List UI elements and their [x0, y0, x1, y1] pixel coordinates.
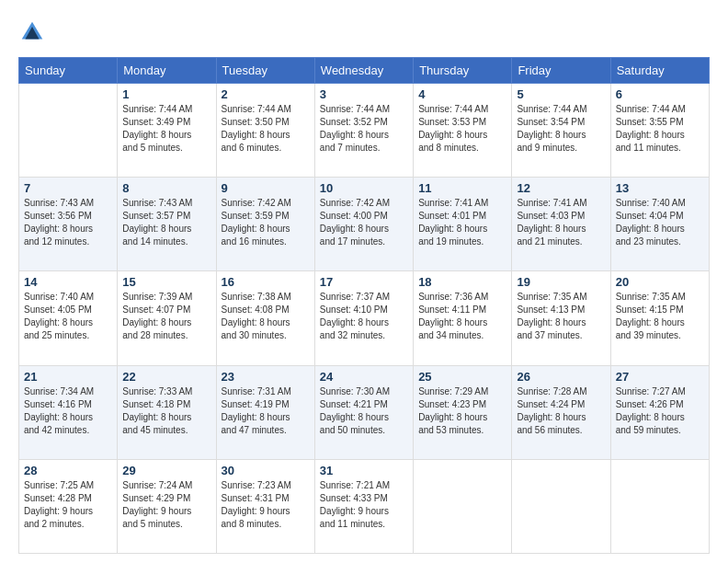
calendar-cell: 5Sunrise: 7:44 AMSunset: 3:54 PMDaylight…: [512, 84, 610, 178]
day-number: 31: [320, 464, 408, 477]
calendar-cell: 19Sunrise: 7:35 AMSunset: 4:13 PMDayligh…: [512, 271, 610, 365]
day-info: Sunrise: 7:29 AMSunset: 4:23 PMDaylight:…: [418, 385, 506, 437]
day-number: 3: [320, 87, 408, 101]
calendar-cell: 29Sunrise: 7:24 AMSunset: 4:29 PMDayligh…: [118, 459, 216, 553]
header: [18, 18, 710, 46]
calendar-cell: [414, 459, 512, 553]
day-number: 8: [122, 181, 210, 195]
day-info: Sunrise: 7:33 AMSunset: 4:18 PMDaylight:…: [122, 385, 210, 437]
calendar-cell: 14Sunrise: 7:40 AMSunset: 4:05 PMDayligh…: [19, 271, 118, 365]
calendar-cell: 22Sunrise: 7:33 AMSunset: 4:18 PMDayligh…: [118, 365, 216, 459]
col-saturday: Saturday: [610, 58, 709, 84]
day-info: Sunrise: 7:44 AMSunset: 3:49 PMDaylight:…: [122, 103, 210, 155]
calendar-cell: [19, 84, 118, 178]
col-monday: Monday: [118, 58, 216, 84]
calendar-cell: 25Sunrise: 7:29 AMSunset: 4:23 PMDayligh…: [414, 365, 512, 459]
calendar-cell: 28Sunrise: 7:25 AMSunset: 4:28 PMDayligh…: [19, 459, 118, 553]
calendar-header-row: Sunday Monday Tuesday Wednesday Thursday…: [19, 58, 710, 84]
calendar-cell: 15Sunrise: 7:39 AMSunset: 4:07 PMDayligh…: [118, 271, 216, 365]
day-number: 30: [222, 464, 310, 477]
day-info: Sunrise: 7:35 AMSunset: 4:13 PMDaylight:…: [517, 291, 605, 342]
day-number: 10: [320, 181, 408, 195]
day-number: 14: [24, 275, 112, 289]
day-info: Sunrise: 7:31 AMSunset: 4:19 PMDaylight:…: [222, 385, 310, 437]
day-number: 26: [517, 370, 605, 384]
day-info: Sunrise: 7:44 AMSunset: 3:53 PMDaylight:…: [418, 103, 506, 155]
day-number: 29: [122, 464, 210, 477]
day-info: Sunrise: 7:42 AMSunset: 4:00 PMDaylight:…: [320, 197, 408, 248]
day-number: 25: [418, 370, 506, 384]
day-info: Sunrise: 7:43 AMSunset: 3:57 PMDaylight:…: [122, 197, 210, 248]
day-number: 19: [517, 275, 605, 289]
calendar-cell: [610, 459, 709, 553]
day-number: 11: [418, 181, 506, 195]
page: Sunday Monday Tuesday Wednesday Thursday…: [0, 0, 728, 563]
day-number: 5: [517, 87, 605, 101]
day-info: Sunrise: 7:41 AMSunset: 4:03 PMDaylight:…: [517, 197, 605, 248]
calendar-cell: 11Sunrise: 7:41 AMSunset: 4:01 PMDayligh…: [414, 178, 512, 271]
calendar-cell: 20Sunrise: 7:35 AMSunset: 4:15 PMDayligh…: [610, 271, 709, 365]
day-number: 9: [222, 181, 310, 195]
day-number: 27: [616, 370, 704, 384]
calendar-cell: 31Sunrise: 7:21 AMSunset: 4:33 PMDayligh…: [314, 459, 413, 553]
day-info: Sunrise: 7:23 AMSunset: 4:31 PMDaylight:…: [222, 479, 310, 531]
day-info: Sunrise: 7:44 AMSunset: 3:54 PMDaylight:…: [517, 103, 605, 155]
day-info: Sunrise: 7:21 AMSunset: 4:33 PMDaylight:…: [320, 479, 408, 531]
day-number: 28: [24, 464, 112, 477]
day-number: 16: [222, 275, 310, 289]
day-number: 7: [24, 181, 112, 195]
calendar-cell: 23Sunrise: 7:31 AMSunset: 4:19 PMDayligh…: [216, 365, 314, 459]
col-wednesday: Wednesday: [314, 58, 413, 84]
col-friday: Friday: [512, 58, 610, 84]
calendar-week-2: 7Sunrise: 7:43 AMSunset: 3:56 PMDaylight…: [19, 178, 710, 271]
calendar-cell: 6Sunrise: 7:44 AMSunset: 3:55 PMDaylight…: [610, 84, 709, 178]
day-number: 23: [222, 370, 310, 384]
calendar-week-1: 1Sunrise: 7:44 AMSunset: 3:49 PMDaylight…: [19, 84, 710, 178]
day-number: 18: [418, 275, 506, 289]
calendar-cell: 30Sunrise: 7:23 AMSunset: 4:31 PMDayligh…: [216, 459, 314, 553]
calendar-table: Sunday Monday Tuesday Wednesday Thursday…: [18, 57, 710, 554]
calendar-cell: 10Sunrise: 7:42 AMSunset: 4:00 PMDayligh…: [314, 178, 413, 271]
day-number: 17: [320, 275, 408, 289]
calendar-cell: 4Sunrise: 7:44 AMSunset: 3:53 PMDaylight…: [414, 84, 512, 178]
day-info: Sunrise: 7:44 AMSunset: 3:50 PMDaylight:…: [222, 103, 310, 155]
calendar-cell: 21Sunrise: 7:34 AMSunset: 4:16 PMDayligh…: [19, 365, 118, 459]
day-info: Sunrise: 7:43 AMSunset: 3:56 PMDaylight:…: [24, 197, 112, 248]
day-info: Sunrise: 7:44 AMSunset: 3:55 PMDaylight:…: [616, 103, 704, 155]
calendar-cell: 9Sunrise: 7:42 AMSunset: 3:59 PMDaylight…: [216, 178, 314, 271]
day-number: 24: [320, 370, 408, 384]
calendar-cell: 26Sunrise: 7:28 AMSunset: 4:24 PMDayligh…: [512, 365, 610, 459]
logo-icon: [18, 18, 46, 46]
day-info: Sunrise: 7:27 AMSunset: 4:26 PMDaylight:…: [616, 385, 704, 437]
calendar-week-4: 21Sunrise: 7:34 AMSunset: 4:16 PMDayligh…: [19, 365, 710, 459]
day-number: 21: [24, 370, 112, 384]
day-info: Sunrise: 7:39 AMSunset: 4:07 PMDaylight:…: [122, 291, 210, 342]
calendar-week-3: 14Sunrise: 7:40 AMSunset: 4:05 PMDayligh…: [19, 271, 710, 365]
day-info: Sunrise: 7:37 AMSunset: 4:10 PMDaylight:…: [320, 291, 408, 342]
calendar-week-5: 28Sunrise: 7:25 AMSunset: 4:28 PMDayligh…: [19, 459, 710, 553]
day-number: 22: [122, 370, 210, 384]
day-number: 6: [616, 87, 704, 101]
calendar-cell: 27Sunrise: 7:27 AMSunset: 4:26 PMDayligh…: [610, 365, 709, 459]
col-sunday: Sunday: [19, 58, 118, 84]
calendar-cell: 2Sunrise: 7:44 AMSunset: 3:50 PMDaylight…: [216, 84, 314, 178]
calendar-cell: 12Sunrise: 7:41 AMSunset: 4:03 PMDayligh…: [512, 178, 610, 271]
day-info: Sunrise: 7:35 AMSunset: 4:15 PMDaylight:…: [616, 291, 704, 342]
day-number: 2: [222, 87, 310, 101]
calendar-cell: 17Sunrise: 7:37 AMSunset: 4:10 PMDayligh…: [314, 271, 413, 365]
calendar-cell: [512, 459, 610, 553]
calendar-body: 1Sunrise: 7:44 AMSunset: 3:49 PMDaylight…: [19, 84, 710, 554]
col-thursday: Thursday: [414, 58, 512, 84]
logo: [18, 18, 50, 46]
calendar-cell: 7Sunrise: 7:43 AMSunset: 3:56 PMDaylight…: [19, 178, 118, 271]
day-info: Sunrise: 7:25 AMSunset: 4:28 PMDaylight:…: [24, 479, 112, 531]
day-info: Sunrise: 7:28 AMSunset: 4:24 PMDaylight:…: [517, 385, 605, 437]
day-number: 12: [517, 181, 605, 195]
day-number: 4: [418, 87, 506, 101]
day-info: Sunrise: 7:30 AMSunset: 4:21 PMDaylight:…: [320, 385, 408, 437]
day-info: Sunrise: 7:40 AMSunset: 4:04 PMDaylight:…: [616, 197, 704, 248]
day-info: Sunrise: 7:34 AMSunset: 4:16 PMDaylight:…: [24, 385, 112, 437]
calendar-cell: 8Sunrise: 7:43 AMSunset: 3:57 PMDaylight…: [118, 178, 216, 271]
calendar-cell: 16Sunrise: 7:38 AMSunset: 4:08 PMDayligh…: [216, 271, 314, 365]
day-number: 15: [122, 275, 210, 289]
